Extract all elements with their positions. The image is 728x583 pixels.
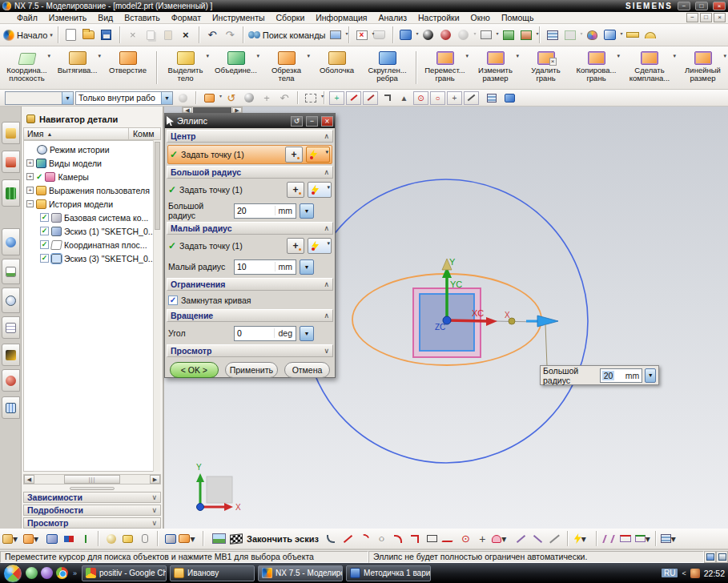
snap-endpoint-button[interactable] [346,91,361,105]
rotation-group-header[interactable]: Вращение ∧ [167,309,333,322]
resource-tab-assembly-navigator[interactable] [2,122,20,144]
menu-format[interactable]: Формат [166,12,207,24]
quick-launch-chrome-icon[interactable] [56,567,68,579]
tree-item-user-expressions[interactable]: + Выражения пользователя [24,183,154,197]
scroll-thumb[interactable]: ||| [64,475,120,484]
ruler-button[interactable] [625,27,641,43]
print-button[interactable] [372,27,388,43]
snap-midpoint-button[interactable] [363,91,378,105]
taskbar-button-folder[interactable]: Иванову [170,565,255,581]
menu-help[interactable]: Помощь [496,12,540,24]
info-cube-button[interactable] [163,531,178,546]
dialog-title-bar[interactable]: Эллипс ↺ − × [165,114,335,128]
start-button[interactable] [3,564,22,583]
undo-button[interactable]: ↶ [204,27,220,43]
resource-tab-roles[interactable] [2,287,20,313]
scroll-right-icon[interactable]: ▶ [232,107,242,113]
quick-launch-media-icon[interactable] [41,567,53,579]
sketch-view-button[interactable] [44,531,59,546]
orient-sketch-button[interactable]: ▾ [2,531,18,546]
major-radius-arrow[interactable] [537,316,558,327]
grid-button[interactable] [484,90,500,106]
select-body-button[interactable]: ▾ Выделить тело [160,48,211,88]
major-radius-input[interactable] [235,206,270,215]
edge-blend-button[interactable]: Скруглен... ребра [362,48,412,88]
menu-assemblies[interactable]: Сборки [271,12,311,24]
status-tray-icon-1[interactable] [704,551,716,563]
ok-button[interactable]: < OK > [170,362,219,378]
major-radius-group-header[interactable]: Большой радиус ∧ [167,166,333,179]
line-tool-button[interactable] [340,531,356,546]
tree-item-model-views[interactable]: + Виды модели [24,156,154,170]
rotate-view-button[interactable]: ↺ [223,90,239,106]
linear-dimension-button[interactable]: ▾ Линейный размер [678,48,728,88]
status-tray-icon-2[interactable] [716,551,728,563]
mdi-minimize-button[interactable]: − [686,13,698,22]
find-feature-button[interactable] [103,531,119,546]
finish-sketch-button[interactable]: Закончить эскиз [247,534,319,544]
floating-value-field[interactable]: 20 mm [600,368,643,383]
floating-unit-dropdown[interactable]: ▼ [645,368,656,383]
ellipse-tool-button[interactable]: ⊙ [458,531,473,546]
command-search-label[interactable]: Поиск команды [263,30,326,40]
point-dialog-button[interactable]: + [287,238,304,254]
snap-center-button[interactable]: ⊙ [413,91,428,105]
expand-icon[interactable]: + [26,159,34,167]
language-indicator[interactable]: RU [662,569,678,577]
sketch-scene-button[interactable] [211,531,227,546]
dialog-memory-button[interactable]: ▾ [328,27,344,43]
render-style-button[interactable] [420,27,436,43]
surface-cube-button[interactable]: ▾ [179,531,195,546]
trim-tool-button[interactable] [513,531,529,546]
resource-tab-materials[interactable] [2,369,20,392]
tray-app-icon[interactable] [690,569,700,578]
shell-button[interactable]: Оболочка [312,48,362,88]
resource-tab-web-browser[interactable] [2,228,20,255]
tray-expand-icon[interactable]: < [682,569,686,577]
preview-panel[interactable]: Просмотр ∨ [23,517,161,529]
dialog-minimize-button[interactable]: − [306,116,318,127]
snap-circle-button[interactable]: ○ [430,91,445,105]
small-features-button[interactable] [120,531,135,546]
dialog-close-button[interactable]: × [321,116,333,127]
taskbar-button-chrome[interactable]: positiv - Google Chr... [82,565,167,581]
resource-tab-constraint-navigator[interactable] [2,151,20,173]
expand-icon[interactable]: + [26,187,34,194]
section-view-button[interactable] [438,27,454,43]
window-restore-button[interactable]: □ [695,2,708,10]
make-coplanar-button[interactable]: ▾ Сделать комплана... [621,48,678,88]
caret-icon[interactable]: ▾ [327,240,330,247]
point-inferred-button[interactable]: ▾ [308,238,332,254]
minor-point-row[interactable]: ✓ Задать точку (1) + ▾ [168,236,332,255]
checkbox-checked[interactable]: ✓ [40,254,49,263]
circle-tool-button[interactable]: ○ [374,531,389,546]
rectangle-tool-button[interactable] [424,531,440,546]
lasso-button[interactable]: ▾ [303,90,319,106]
studio-spline-tool-button[interactable]: ▾ [492,531,507,546]
caret-icon[interactable]: ▾ [325,149,328,155]
xc-axis-arrow[interactable] [447,320,488,321]
face-rule-button[interactable]: ▾ [201,90,217,106]
minor-radius-input[interactable] [235,262,270,271]
navigator-column-header[interactable]: Имя ▲ Комм [23,127,161,140]
preview-group-header[interactable]: Просмотр ∨ [167,344,333,357]
view-window-button[interactable]: ▾ [478,27,494,43]
resize-button[interactable]: ▾ Изменить размер [470,48,521,88]
menu-analysis[interactable]: Анализ [373,12,412,24]
tree-item-cameras[interactable]: + ✓ Камеры [24,170,154,183]
menu-file[interactable]: Файл [11,12,43,24]
checkbox-checked[interactable]: ✓ [40,227,49,235]
pan-button[interactable] [241,90,257,106]
selection-scope-combo[interactable]: Только внутри рабо ▼ [75,91,173,105]
checkbox-checked[interactable]: ✓ [40,240,49,249]
start-button[interactable]: Начало ▾ [3,30,53,41]
clip-section-button[interactable] [501,27,517,43]
tree-item-sketch-1[interactable]: ✓ Эскиз (1) "SKETCH_0... [24,224,154,238]
tree-item-sketch-3[interactable]: ✓ Эскиз (3) "SKETCH_0... [24,251,154,265]
mirror-display-button[interactable] [61,531,76,546]
point-dialog-button[interactable]: + [285,147,303,163]
chamfer-tool-button[interactable] [408,531,423,546]
taskbar-button-nx[interactable]: NX 7.5 - Моделиро... [258,565,343,581]
checkbox-checked[interactable]: ✓ [40,213,49,222]
menu-tools[interactable]: Инструменты [207,12,270,24]
